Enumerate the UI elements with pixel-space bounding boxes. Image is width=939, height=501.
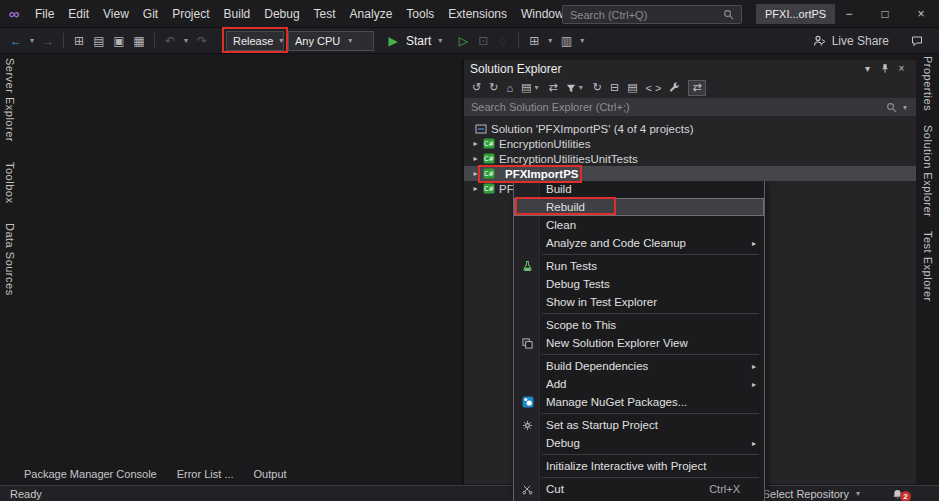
- code-view-icon[interactable]: < >: [646, 82, 662, 94]
- visual-studio-logo-icon: ∞: [0, 5, 28, 22]
- undo-dropdown-icon[interactable]: ▾: [182, 36, 190, 45]
- context-menu-item-show-in-test-explorer[interactable]: Show in Test Explorer: [514, 293, 764, 311]
- close-button[interactable]: ×: [903, 0, 939, 28]
- tab-error-list[interactable]: Error List ...: [167, 468, 244, 480]
- tab-output[interactable]: Output: [244, 468, 297, 480]
- show-all-files-icon[interactable]: ▤: [627, 81, 637, 94]
- menu-analyze[interactable]: Analyze: [343, 0, 400, 28]
- save-all-icon[interactable]: ▦: [131, 34, 147, 48]
- live-share-label: Live Share: [832, 34, 889, 48]
- context-menu-item-add[interactable]: Add ▸: [514, 375, 764, 393]
- tree-row-project-selected[interactable]: ▸ C# PFXImportPS: [464, 166, 916, 181]
- tab-toolbox[interactable]: Toolbox: [4, 162, 16, 203]
- navigate-back-icon[interactable]: ←: [8, 34, 24, 48]
- expander-icon[interactable]: ▸: [470, 184, 481, 193]
- send-feedback-button[interactable]: [911, 28, 923, 54]
- preview-selected-items-icon[interactable]: ⇄: [688, 80, 705, 96]
- menu-view[interactable]: View: [96, 0, 136, 28]
- tab-properties[interactable]: Properties: [922, 56, 934, 111]
- window-position-icon[interactable]: ▾: [859, 63, 876, 74]
- solution-icon: [475, 123, 487, 135]
- tree-row-project[interactable]: ▸ C# EncryptionUtilitiesUnitTests: [464, 151, 916, 166]
- tab-data-sources[interactable]: Data Sources: [4, 223, 16, 296]
- attach-to-process-icon[interactable]: ⊡: [475, 34, 491, 48]
- pin-icon[interactable]: [876, 63, 893, 74]
- find-in-files-icon[interactable]: ⊞: [526, 34, 542, 48]
- context-menu-item-debug-tests[interactable]: Debug Tests: [514, 275, 764, 293]
- close-icon[interactable]: ×: [893, 63, 910, 74]
- menu-test[interactable]: Test: [307, 0, 343, 28]
- menu-build[interactable]: Build: [217, 0, 258, 28]
- tab-test-explorer[interactable]: Test Explorer: [922, 231, 934, 302]
- quick-search-input[interactable]: Search (Ctrl+Q): [562, 5, 742, 24]
- solution-explorer-search-input[interactable]: Search Solution Explorer (Ctrl+;) ▾: [464, 98, 916, 116]
- toolbar-overflow-icon[interactable]: ▾: [578, 36, 586, 45]
- command-window-icon[interactable]: ▥: [558, 34, 574, 48]
- solution-platform-dropdown[interactable]: Any CPU ▾: [288, 31, 374, 51]
- home-icon[interactable]: ⌂: [506, 82, 513, 94]
- tab-package-manager-console[interactable]: Package Manager Console: [14, 468, 167, 480]
- save-icon[interactable]: ▣: [111, 34, 127, 48]
- expander-icon[interactable]: ▸: [470, 169, 481, 178]
- back-circle-icon[interactable]: ↺: [472, 81, 481, 94]
- collapse-all-icon[interactable]: ⊟: [610, 81, 619, 94]
- context-menu-item-clean[interactable]: Clean: [514, 216, 764, 234]
- context-menu-item-new-solution-explorer-view[interactable]: New Solution Explorer View: [514, 334, 764, 352]
- tab-server-explorer[interactable]: Server Explorer: [4, 58, 16, 142]
- navigate-back-dropdown-icon[interactable]: ▾: [28, 36, 36, 45]
- open-file-icon[interactable]: ▤: [91, 34, 107, 48]
- expander-icon[interactable]: ▸: [470, 139, 481, 148]
- menu-project[interactable]: Project: [165, 0, 216, 28]
- status-ready-text: Ready: [10, 488, 42, 500]
- new-project-icon[interactable]: ⊞: [71, 34, 87, 48]
- notifications-button[interactable]: 2: [892, 488, 903, 500]
- filter-icon[interactable]: ▾: [566, 83, 585, 93]
- search-options-icon[interactable]: ▾: [901, 103, 909, 112]
- switch-views-icon[interactable]: ▤▾: [521, 81, 540, 94]
- properties-wrench-icon[interactable]: [669, 82, 680, 93]
- hot-reload-icon[interactable]: ◌: [495, 34, 511, 48]
- context-menu-item-scope-to-this[interactable]: Scope to This: [514, 316, 764, 334]
- expander-icon[interactable]: ▸: [470, 154, 481, 163]
- tree-row-solution[interactable]: Solution 'PFXImportPS' (4 of 4 projects): [464, 121, 916, 136]
- navigate-forward-icon[interactable]: →: [40, 34, 56, 48]
- maximize-button[interactable]: □: [867, 0, 903, 28]
- csharp-project-icon: C#: [483, 168, 495, 179]
- chevron-down-icon: ▾: [854, 489, 862, 498]
- context-menu-item-analyze-and-code-cleanup[interactable]: Analyze and Code Cleanup ▸: [514, 234, 764, 252]
- menu-extensions[interactable]: Extensions: [441, 0, 514, 28]
- context-menu-separator: [542, 454, 759, 455]
- context-menu-item-cut[interactable]: Cut Ctrl+X: [514, 480, 764, 498]
- context-menu-item-set-as-startup-project[interactable]: Set as Startup Project: [514, 416, 764, 434]
- context-menu-item-run-tests[interactable]: Run Tests: [514, 257, 764, 275]
- window-controls: − □ ×: [831, 0, 939, 28]
- menu-tools[interactable]: Tools: [399, 0, 441, 28]
- forward-circle-icon[interactable]: ↻: [489, 81, 498, 94]
- select-repository-button[interactable]: ⇅ Select Repository ▾: [749, 487, 862, 500]
- context-menu-item-manage-nuget-packages[interactable]: Manage NuGet Packages...: [514, 393, 764, 411]
- live-share-icon: [813, 35, 826, 47]
- context-menu-item-build[interactable]: Build: [514, 180, 764, 198]
- sync-with-active-document-icon[interactable]: ⇄: [549, 81, 558, 94]
- menu-git[interactable]: Git: [136, 0, 165, 28]
- live-share-button[interactable]: Live Share: [813, 28, 889, 54]
- tab-solution-explorer[interactable]: Solution Explorer: [922, 125, 934, 217]
- tree-row-label: EncryptionUtilities: [499, 138, 590, 150]
- new-solution-explorer-view-icon: [520, 338, 535, 349]
- refresh-icon[interactable]: ↻: [593, 81, 602, 94]
- minimize-button[interactable]: −: [831, 0, 867, 28]
- solution-configuration-dropdown[interactable]: Release ▾: [226, 31, 284, 51]
- start-without-debugging-icon[interactable]: ▷: [455, 34, 471, 48]
- redo-icon[interactable]: ↷: [194, 34, 210, 48]
- menu-file[interactable]: File: [28, 0, 61, 28]
- context-menu-item-initialize-interactive-with-project[interactable]: Initialize Interactive with Project: [514, 457, 764, 475]
- context-menu-item-build-dependencies[interactable]: Build Dependencies ▸: [514, 357, 764, 375]
- svg-text:C#: C#: [484, 155, 494, 163]
- undo-icon[interactable]: ↶: [162, 34, 178, 48]
- context-menu-item-debug[interactable]: Debug ▸: [514, 434, 764, 452]
- menu-debug[interactable]: Debug: [257, 0, 306, 28]
- start-debugging-button[interactable]: ▶ Start ▾: [378, 30, 451, 52]
- tree-row-project[interactable]: ▸ C# EncryptionUtilities: [464, 136, 916, 151]
- context-menu-item-rebuild[interactable]: Rebuild: [514, 198, 764, 216]
- menu-edit[interactable]: Edit: [61, 0, 96, 28]
